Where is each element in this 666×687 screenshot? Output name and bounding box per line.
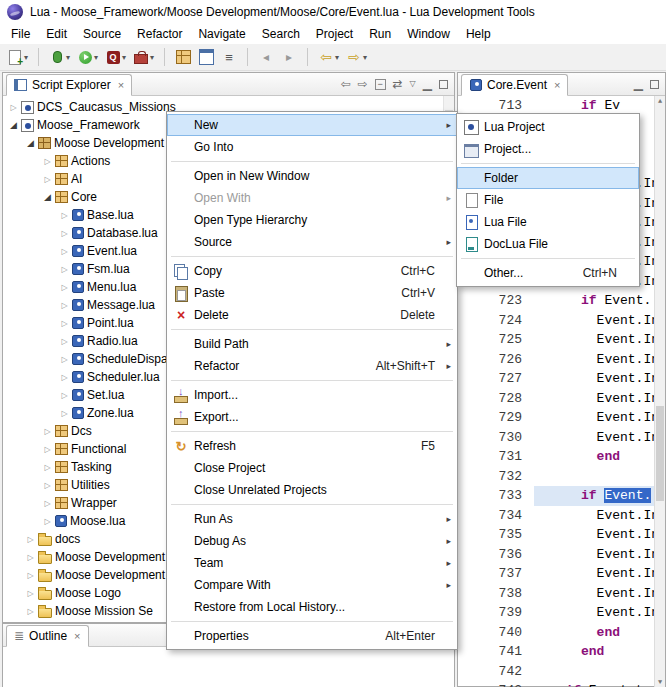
maximize-icon[interactable] — [439, 80, 448, 89]
forward-button[interactable]: ⇨▾ — [343, 46, 370, 68]
expand-arrow-icon[interactable]: ▷ — [7, 103, 20, 112]
menu-item-run-as[interactable]: Run As▸ — [167, 508, 457, 530]
previous-annotation-button[interactable]: ◂ — [255, 46, 277, 68]
menu-item-properties[interactable]: PropertiesAlt+Enter — [167, 625, 457, 647]
new-button[interactable]: ▾ — [4, 46, 31, 68]
menu-item-file[interactable]: File — [457, 189, 639, 211]
outline-tab[interactable]: ≣ Outline × — [6, 625, 89, 647]
expand-arrow-icon[interactable]: ▷ — [58, 373, 71, 382]
expand-arrow-icon[interactable]: ▷ — [41, 463, 54, 472]
back-button[interactable]: ⇦▾ — [315, 46, 342, 68]
editor-scrollbar-thumb[interactable] — [656, 406, 664, 501]
new-dropdown-arrow[interactable]: ▾ — [24, 53, 28, 62]
menu-item-delete[interactable]: ×DeleteDelete — [167, 304, 457, 326]
forward-icon[interactable]: ⇨ — [357, 78, 367, 90]
external-tools-button[interactable]: ▾ — [130, 46, 157, 68]
maximize-icon[interactable] — [650, 80, 659, 89]
menubar-item-window[interactable]: Window — [399, 25, 458, 43]
expand-arrow-icon[interactable]: ▷ — [58, 409, 71, 418]
close-icon[interactable]: × — [74, 630, 80, 642]
link-with-editor-icon[interactable]: ⇄ — [393, 78, 403, 90]
expand-arrow-icon[interactable]: ▷ — [24, 535, 37, 544]
menubar-item-source[interactable]: Source — [75, 25, 129, 43]
expand-arrow-icon[interactable]: ▷ — [58, 355, 71, 364]
menu-item-restore-from-local-history[interactable]: Restore from Local History... — [167, 596, 457, 618]
expand-arrow-icon[interactable]: ▷ — [24, 589, 37, 598]
menu-item-lua-project[interactable]: Lua Project — [457, 116, 639, 138]
expand-arrow-icon[interactable]: ▷ — [58, 319, 71, 328]
menu-item-refresh[interactable]: ↻RefreshF5 — [167, 435, 457, 457]
collapse-arrow-icon[interactable]: ◢ — [24, 138, 37, 148]
run-button[interactable]: ▾ — [74, 46, 101, 68]
open-window-button[interactable] — [195, 46, 217, 68]
show-list-button[interactable]: ≡ — [218, 46, 240, 68]
debug-button[interactable]: ▾ — [46, 46, 73, 68]
menu-item-open-in-new-window[interactable]: Open in New Window — [167, 165, 457, 187]
expand-arrow-icon[interactable]: ▷ — [58, 265, 71, 274]
coverage-button[interactable]: ▾ — [102, 46, 129, 68]
editor-scrollbar[interactable]: ▲ ▼ — [654, 96, 665, 687]
new-table-button[interactable] — [172, 46, 194, 68]
menu-item-debug-as[interactable]: Debug As▸ — [167, 530, 457, 552]
menubar-item-search[interactable]: Search — [254, 25, 308, 43]
view-menu-icon[interactable]: ▽ — [410, 80, 416, 88]
expand-arrow-icon[interactable]: ▷ — [58, 391, 71, 400]
expand-arrow-icon[interactable]: ▷ — [58, 301, 71, 310]
expand-arrow-icon[interactable]: ▷ — [58, 229, 71, 238]
menu-item-team[interactable]: Team▸ — [167, 552, 457, 574]
expand-arrow-icon[interactable]: ▷ — [58, 283, 71, 292]
collapse-arrow-icon[interactable]: ◢ — [41, 192, 54, 202]
close-icon[interactable]: × — [118, 79, 124, 91]
expand-arrow-icon[interactable]: ▷ — [41, 499, 54, 508]
menubar-item-run[interactable]: Run — [361, 25, 399, 43]
run-dropdown-arrow[interactable]: ▾ — [94, 53, 98, 62]
minimize-icon[interactable]: ▁ — [423, 78, 432, 90]
expand-arrow-icon[interactable]: ▷ — [24, 571, 37, 580]
menu-item-project[interactable]: Project... — [457, 138, 639, 160]
menu-item-source[interactable]: Source▸ — [167, 231, 457, 253]
expand-arrow-icon[interactable]: ▷ — [41, 427, 54, 436]
menubar-item-file[interactable]: File — [3, 25, 38, 43]
coverage-dropdown-arrow[interactable]: ▾ — [122, 53, 126, 62]
expand-arrow-icon[interactable]: ▷ — [41, 517, 54, 526]
expand-arrow-icon[interactable]: ▷ — [41, 175, 54, 184]
script-explorer-tab[interactable]: Script Explorer × — [6, 74, 132, 96]
menubar-item-edit[interactable]: Edit — [38, 25, 75, 43]
menu-item-go-into[interactable]: Go Into — [167, 136, 457, 158]
menu-item-lua-file[interactable]: Lua File — [457, 211, 639, 233]
collapse-all-icon[interactable]: − — [375, 79, 386, 90]
menubar-item-navigate[interactable]: Navigate — [190, 25, 253, 43]
back-dropdown-arrow[interactable]: ▾ — [335, 53, 339, 62]
expand-arrow-icon[interactable]: ▷ — [58, 337, 71, 346]
collapse-arrow-icon[interactable]: ◢ — [7, 120, 20, 130]
menubar-item-project[interactable]: Project — [308, 25, 361, 43]
expand-arrow-icon[interactable]: ▷ — [41, 445, 54, 454]
expand-arrow-icon[interactable]: ▷ — [58, 211, 71, 220]
menubar-item-help[interactable]: Help — [458, 25, 499, 43]
menu-item-open-type-hierarchy[interactable]: Open Type Hierarchy — [167, 209, 457, 231]
close-icon[interactable]: × — [554, 79, 560, 91]
menu-item-new[interactable]: New▸ — [167, 114, 457, 136]
menu-item-paste[interactable]: PasteCtrl+V — [167, 282, 457, 304]
debug-dropdown-arrow[interactable]: ▾ — [66, 53, 70, 62]
back-icon[interactable]: ⇦ — [340, 78, 350, 90]
scroll-down-icon[interactable]: ▼ — [655, 678, 665, 686]
menu-item-build-path[interactable]: Build Path▸ — [167, 333, 457, 355]
menubar-item-refactor[interactable]: Refactor — [129, 25, 190, 43]
menu-item-copy[interactable]: CopyCtrl+C — [167, 260, 457, 282]
expand-arrow-icon[interactable]: ▷ — [24, 553, 37, 562]
forward-dropdown-arrow[interactable]: ▾ — [363, 53, 367, 62]
scroll-up-icon[interactable]: ▲ — [655, 97, 665, 105]
next-annotation-button[interactable]: ▸ — [278, 46, 300, 68]
menu-item-import[interactable]: Import... — [167, 384, 457, 406]
menu-item-compare-with[interactable]: Compare With▸ — [167, 574, 457, 596]
minimize-icon[interactable]: ▁ — [634, 78, 643, 90]
expand-arrow-icon[interactable]: ▷ — [24, 607, 37, 616]
menu-item-refactor[interactable]: RefactorAlt+Shift+T▸ — [167, 355, 457, 377]
menu-item-close-unrelated-projects[interactable]: Close Unrelated Projects — [167, 479, 457, 501]
menu-item-doclua-file[interactable]: DocLua File — [457, 233, 639, 255]
menu-item-folder[interactable]: Folder — [457, 167, 639, 189]
menu-item-other[interactable]: Other...Ctrl+N — [457, 262, 639, 284]
external-tools-dropdown-arrow[interactable]: ▾ — [150, 53, 154, 62]
expand-arrow-icon[interactable]: ▷ — [41, 157, 54, 166]
